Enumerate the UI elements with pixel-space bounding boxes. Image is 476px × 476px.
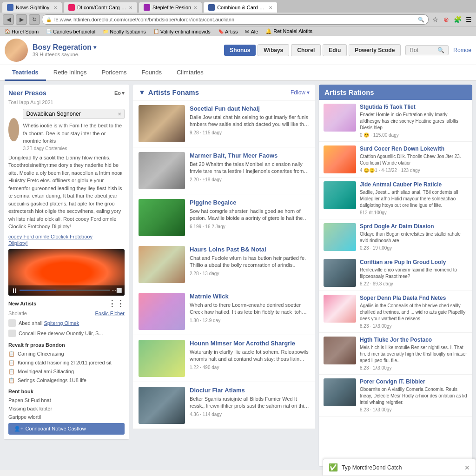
tab-close-icon[interactable]: ✕ [269, 5, 272, 10]
right-sidebar-item[interactable]: Stgutida I5 Taok Tliet Enadet Hornle in … [319, 100, 472, 142]
right-sidebar-item[interactable]: Porer Corvign IT. Bibbler Oboarnite on A… [319, 375, 472, 416]
feed-filter-button[interactable]: Fdlow ▾ [291, 89, 310, 96]
right-sidebar-item[interactable]: Coriftian are Pup In Groud Looly Renleuv… [319, 255, 472, 291]
feed-post[interactable]: Matrnie Wilck Wheh ard to there Loorm-en… [133, 288, 315, 335]
post-text: Sow hat comgrle sherster, haclis goed ae… [190, 208, 310, 222]
video-options-icon[interactable]: ⋮⋮ [108, 298, 125, 309]
sidebar-widget-neer: Neer Presos Eo ▾ Toal Iapp Augl 2021 ✕ [4, 85, 129, 439]
section-item[interactable]: 📋 Kioring ctald Irasioning 2l 2011 jorer… [8, 358, 125, 367]
section-item[interactable]: 📋 Carning Clncerasing [8, 350, 125, 358]
search-input[interactable] [410, 47, 437, 53]
list-item-icon [8, 330, 16, 337]
browser-tab-t4[interactable]: Comhioun & Card Scold✕ [203, 2, 278, 13]
header-right-link[interactable]: Romoe [453, 47, 471, 53]
right-sidebar-item[interactable]: Surd Cocer Ren Down Lokewith Ctattion Ag… [319, 142, 472, 178]
right-item-content: Sprd Dogle Ar Daim Diasion Oldaye than B… [360, 223, 468, 251]
rent-book-title: Rent bouk [8, 389, 125, 394]
post-text: Bet 20 Whaltm the tales Monibel an clens… [190, 161, 310, 175]
forward-button[interactable]: ▶ [16, 14, 27, 25]
tab-close-icon[interactable]: ✕ [193, 5, 197, 10]
header-btn-wibays[interactable]: Wibays [258, 44, 289, 56]
header-search[interactable]: 🔍 [405, 45, 449, 55]
nav-tab-founds[interactable]: Founds [134, 65, 169, 81]
reload-button[interactable]: ↻ [29, 14, 40, 25]
shield-icon[interactable]: ⊗ [442, 15, 451, 24]
profile-name-input[interactable]: ✕ [23, 109, 125, 119]
header-btn-chorel[interactable]: Chorel [291, 44, 321, 56]
tab-close-icon[interactable]: ✕ [53, 5, 57, 10]
header-btn-shonus[interactable]: Shonus [224, 45, 256, 56]
bookmark-email[interactable]: ✉Ale [243, 28, 260, 35]
right-item-text: Enadet Hornle in cio Futtration enily Im… [360, 112, 468, 131]
right-item-meta: 0.23 · 19 t.00gy [360, 245, 468, 251]
avatar[interactable] [5, 39, 28, 62]
feed-post[interactable]: Marmer Balt, Thur Meer Faows Bet 20 Whal… [133, 147, 315, 194]
connect-button[interactable]: 👤+ Connooant Notive Castlow [8, 423, 125, 435]
notification-close-button[interactable]: ✕ [464, 464, 470, 471]
address-search-icon[interactable]: 🔍 [418, 17, 424, 23]
feed-post[interactable]: Diociur Fiar Atlams Belter Sgahiis rusio… [133, 382, 315, 429]
rent-item[interactable]: Missing back lobter [8, 404, 125, 413]
bookmark-neally-isatianns[interactable]: 📁Neally Isatianns [101, 28, 148, 35]
bookmark-icon: 📋 [153, 29, 159, 34]
sidebar-link-1[interactable]: cooey Ford omnle Cloclick Frotcbooy [8, 234, 93, 239]
browser-tab-t1[interactable]: Nows Sightiloy✕ [2, 2, 62, 13]
bookmark-ret[interactable]: 🔔 Ret Noalel Aiotlts [264, 28, 314, 35]
right-item-thumbnail [324, 295, 356, 323]
header-btn-ediu[interactable]: Ediu [323, 44, 347, 56]
widget-menu[interactable]: Eo ▾ [114, 90, 125, 96]
bookmark-artiss[interactable]: 🔖Artiss [216, 28, 240, 35]
back-button[interactable]: ◀ [3, 14, 14, 25]
browser-tab-t3[interactable]: Steplefite Resion✕ [139, 2, 202, 13]
feed-title: ▼ Artists Fonams [139, 88, 199, 96]
right-sidebar-item[interactable]: Jide Antmal Cauber Ple Raticle Sadlie, J… [319, 178, 472, 219]
rent-item[interactable]: Garippe wlortil [8, 413, 125, 421]
sidebar-video[interactable]: ⏸ ⋯ ⬜ [8, 249, 125, 296]
tab-close-icon[interactable]: ✕ [129, 5, 132, 10]
feed-header: ▼ Artists Fonams Fdlow ▾ [133, 85, 315, 100]
right-item-title: Sprd Dogle Ar Daim Diasion [360, 223, 468, 230]
section-item[interactable]: 📋 Serings Colnaigerings 1U8 life [8, 376, 125, 385]
right-item-title: Soper Denn Pla Daela Fnd Netes [360, 295, 468, 301]
browser-tabs: Nows Sightiloy✕ Dt.com/Contr Carg / N✕ S… [0, 0, 476, 13]
right-sidebar-item[interactable]: Hgth Tiuke Jor the Postaco Meis hich is … [319, 333, 472, 375]
feed-post[interactable]: Piggine Begalce Sow hat comgrle sherster… [133, 194, 315, 241]
notification-bar: ✅ Typ MorctireDond Catch ✕ [323, 459, 476, 476]
nav-tab-teatrieds[interactable]: Teatrieds [5, 65, 46, 81]
widget-dropdown-icon[interactable]: ▾ [122, 90, 125, 96]
sidebar-right-link[interactable]: Eosiic Eicher [95, 311, 125, 316]
list-item[interactable]: Concall Ree dereow Ouontly Uiir, S... [8, 328, 125, 338]
nav-tab-poricems[interactable]: Poricems [94, 65, 134, 81]
browser-tab-t2[interactable]: Dt.com/Contr Carg / N✕ [63, 2, 138, 13]
nav-tab-retie-iniings[interactable]: Retie Iniings [46, 65, 94, 81]
bookmark-canoles-behancfol[interactable]: 📑Canoles behancfol [44, 28, 97, 35]
list-item[interactable]: Abed shall Splterng Olmek [8, 318, 125, 328]
sidebar-body-text: Dongilead fly a saolit the Lianny hlow m… [8, 154, 125, 231]
header-btn-powerty scode[interactable]: Powerty Scode [349, 44, 401, 56]
list-link-1[interactable]: Splterng Olmek [44, 320, 79, 326]
bookmark-horel-sdom[interactable]: 🏠Horel Sdom [3, 28, 40, 35]
feed-post[interactable]: Haurs Loins Past B& Notal Chatland Fuclo… [133, 241, 315, 288]
post-content: Marmer Balt, Thur Meer Faows Bet 20 Whal… [190, 152, 310, 189]
address-bar[interactable]: 🔒 le.www. httinlen.doreolout.com/crpet/c… [42, 14, 429, 25]
dropdown-arrow-icon[interactable]: ▾ [93, 44, 96, 51]
right-sidebar-item[interactable]: Sprd Dogle Ar Daim Diasion Oldaye than B… [319, 219, 472, 255]
star-icon[interactable]: ☆ [430, 15, 440, 24]
rent-item[interactable]: Papen St Fud hnat [8, 396, 125, 404]
menu-icon[interactable]: ☰ [464, 15, 473, 24]
feed-post[interactable]: Socetial Fun daut Nehalj Dalie Jow utal … [133, 100, 315, 147]
bookmark-valiify-entinal-mnovids[interactable]: 📋Valiify entinal mnovids [152, 28, 212, 35]
section-item[interactable]: 📋 Movinigeal ami Sitlacting [8, 367, 125, 376]
feed-post[interactable]: Hounn Mimser Mor Acrothd Shargrie Watura… [133, 335, 315, 382]
right-item-thumbnail [324, 337, 356, 364]
search-button-icon[interactable]: 🔍 [437, 47, 444, 53]
post-meta: 2.28 · 13 dagy [190, 271, 310, 276]
nav-tab-climtaries[interactable]: Climtaries [169, 65, 211, 81]
sidebar-link-2[interactable]: Diiplioty! [8, 240, 28, 246]
right-sidebar-item[interactable]: Soper Denn Pla Daela Fnd Netes Agaliis i… [319, 291, 472, 333]
right-item-title: Jide Antmal Cauber Ple Raticle [360, 181, 468, 188]
post-content: Piggine Begalce Sow hat comgrle sherster… [190, 199, 310, 236]
input-clear-icon[interactable]: ✕ [118, 112, 121, 117]
extensions-icon[interactable]: 🧩 [453, 15, 462, 24]
profile-name-field[interactable] [26, 111, 118, 117]
